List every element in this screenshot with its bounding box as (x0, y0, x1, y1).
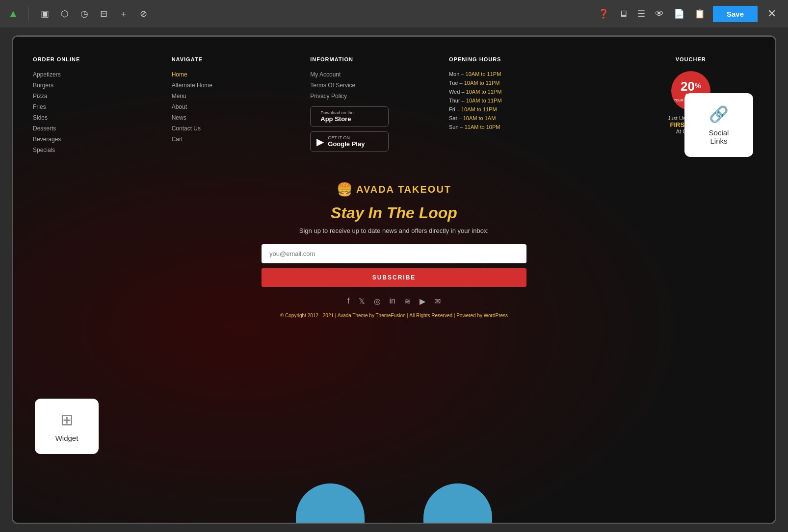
list-item[interactable]: Contact Us (172, 125, 301, 132)
widget-label: Widget (50, 434, 84, 442)
layers-icon[interactable]: ⬡ (59, 6, 71, 21)
footer-col-order: ORDER ONLINE Appetizers Burgers Pizza Fr… (33, 56, 162, 157)
footer-col-navigate: NAVIGATE Home Alternate Home Menu About … (172, 56, 301, 157)
newsletter-subtext: Sign up to receive up to date news and o… (33, 227, 755, 234)
delete-icon[interactable]: ⊘ (138, 6, 149, 21)
newsletter-heading: Stay In The Loop (33, 204, 755, 222)
play-icon: ▶ (316, 136, 324, 148)
list-item[interactable]: Desserts (33, 125, 162, 132)
voucher-title: VOUCHER (626, 56, 755, 62)
list-item[interactable]: News (172, 114, 301, 121)
brand-logo: 🍔 AVADA TAKEOUT (33, 182, 755, 197)
social-links-label: Social Links (699, 128, 738, 145)
hours-row: Tue – 10AM to 11PM (449, 80, 616, 86)
youtube-icon[interactable]: ▶ (420, 297, 425, 306)
twitter-icon[interactable]: 𝕏 (359, 297, 365, 306)
brand-icon: 🍔 (337, 182, 352, 197)
blue-circles-decoration (296, 483, 492, 523)
list-item[interactable]: Menu (172, 93, 301, 100)
list-item[interactable]: Terms Of Service (310, 82, 439, 89)
order-online-title: ORDER ONLINE (33, 56, 162, 62)
subscribe-button[interactable]: SUBSCRIBE (262, 268, 526, 287)
navigate-list: Home Alternate Home Menu About News Cont… (172, 71, 301, 143)
list-item[interactable]: Fries (33, 103, 162, 110)
list-item[interactable]: About (172, 103, 301, 110)
hours-row: Sat – 10AM to 1AM (449, 115, 616, 121)
list-item[interactable]: Appetizers (33, 71, 162, 78)
sidebar-toggle-icon[interactable]: ▣ (39, 6, 51, 21)
navigate-title: NAVIGATE (172, 56, 301, 62)
list-item[interactable]: Burgers (33, 82, 162, 89)
list-item[interactable]: Beverages (33, 136, 162, 143)
footer-col-information: INFORMATION My Account Terms Of Service … (310, 56, 439, 157)
email-input[interactable] (262, 244, 526, 263)
google-play-small-label: GET IT ON (328, 135, 365, 140)
hours-row: Mon – 10AM to 11PM (449, 71, 616, 77)
order-online-list: Appetizers Burgers Pizza Fries Sides Des… (33, 71, 162, 153)
footer-columns: ORDER ONLINE Appetizers Burgers Pizza Fr… (13, 37, 775, 172)
hours-row: Thur – 10AM to 11PM (449, 98, 616, 103)
email-icon[interactable]: ✉ (434, 297, 441, 306)
rss-icon[interactable]: ≋ (404, 297, 411, 306)
list-item[interactable]: Sides (33, 114, 162, 121)
copyright-text: © Copyright 2012 - 2021 | Avada Theme by… (33, 306, 755, 325)
site-footer: ORDER ONLINE Appetizers Burgers Pizza Fr… (13, 37, 775, 523)
app-store-name: App Store (320, 115, 354, 123)
list-item[interactable]: My Account (310, 71, 439, 78)
add-icon[interactable]: ＋ (117, 6, 130, 22)
avada-logo[interactable]: ▲ (8, 7, 19, 20)
app-store-button[interactable]: Download on the App Store (310, 106, 389, 127)
settings-icon[interactable]: ⊟ (98, 6, 109, 21)
facebook-icon[interactable]: f (347, 297, 349, 306)
list-item[interactable]: Specials (33, 147, 162, 153)
toolbar-separator (28, 7, 29, 21)
hours-row: Wed – 10AM to 11PM (449, 89, 616, 95)
file-icon[interactable]: 📄 (672, 6, 686, 21)
brand-name: AVADA TAKEOUT (356, 184, 451, 195)
help-icon[interactable]: ❓ (596, 6, 611, 21)
responsive-icon[interactable]: ☰ (635, 6, 647, 21)
google-play-name: Google Play (328, 140, 365, 148)
list-item[interactable]: Cart (172, 136, 301, 143)
toolbar: ▲ ▣ ⬡ ◷ ⊟ ＋ ⊘ ❓ 🖥 ☰ 👁 📄 📋 Save ✕ (0, 0, 788, 27)
list-item[interactable]: Privacy Policy (310, 93, 439, 100)
information-list: My Account Terms Of Service Privacy Poli… (310, 71, 439, 100)
newsletter-section: 🍔 AVADA TAKEOUT Stay In The Loop Sign up… (13, 172, 775, 340)
history-icon[interactable]: ◷ (79, 6, 90, 21)
information-title: INFORMATION (310, 56, 439, 62)
footer-col-hours: OPENING HOURS Mon – 10AM to 11PM Tue – 1… (449, 56, 616, 157)
newsletter-form: SUBSCRIBE (262, 244, 526, 287)
hours-row: Sun – 11AM to 10PM (449, 124, 616, 130)
voucher-percent: 20 % (681, 80, 701, 93)
social-icons-row: f 𝕏 ◎ in ≋ ▶ ✉ (33, 297, 755, 306)
blue-circle-left (296, 483, 365, 523)
list-item[interactable]: Pizza (33, 93, 162, 100)
social-links-widget[interactable]: 🔗 Social Links (684, 93, 753, 157)
preview-icon[interactable]: 👁 (653, 7, 666, 21)
close-button[interactable]: ✕ (763, 5, 780, 22)
toolbar-right: ❓ 🖥 ☰ 👁 📄 📋 Save ✕ (596, 5, 780, 22)
list-item[interactable]: Home (172, 71, 301, 78)
google-play-button[interactable]: ▶ GET IT ON Google Play (310, 131, 389, 152)
widget-icon: ⊞ (50, 410, 84, 429)
linkedin-icon[interactable]: in (390, 297, 395, 306)
hours-title: OPENING HOURS (449, 56, 616, 62)
list-item[interactable]: Alternate Home (172, 82, 301, 89)
desktop-icon[interactable]: 🖥 (617, 7, 630, 21)
canvas-area: ORDER ONLINE Appetizers Burgers Pizza Fr… (12, 35, 776, 524)
app-store-small-label: Download on the (320, 110, 354, 115)
hours-row: Fri – 10AM to 11PM (449, 106, 616, 112)
instagram-icon[interactable]: ◎ (374, 297, 381, 306)
blue-circle-right (423, 483, 492, 523)
copy-icon[interactable]: 📋 (692, 6, 707, 21)
link-icon: 🔗 (699, 105, 738, 124)
save-button[interactable]: Save (713, 6, 758, 22)
widget-box[interactable]: ⊞ Widget (35, 399, 99, 454)
